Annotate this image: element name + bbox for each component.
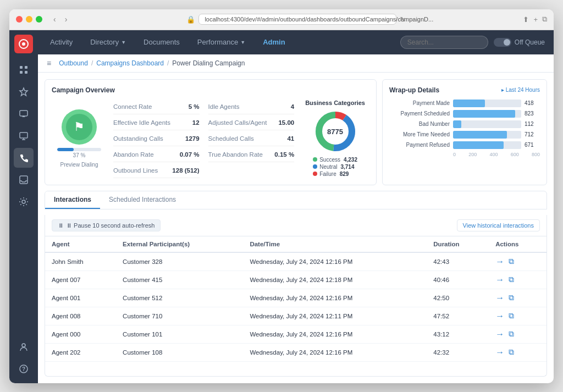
col-agent: Agent <box>45 236 116 252</box>
navigate-action-icon[interactable]: → <box>495 329 504 339</box>
wrapup-header: Wrap-up Details ▸ Last 24 Hours <box>389 86 540 94</box>
table-row: Agent 202 Customer 108 Wednesday, July 2… <box>45 343 547 361</box>
cell-datetime: Wednesday, July 24, 2024 12:11 PM <box>243 307 427 325</box>
wrapup-bar-row: Bad Number 112 <box>389 120 540 128</box>
copy-action-icon[interactable]: ⧉ <box>509 311 514 321</box>
wrapup-bar-row: Payment Refused 671 <box>389 141 540 149</box>
copy-action-icon[interactable]: ⧉ <box>509 329 514 339</box>
back-button[interactable]: ‹ <box>51 14 58 25</box>
cell-duration: 47:52 <box>427 307 489 325</box>
app-logo <box>14 35 33 53</box>
nav-performance[interactable]: Performance ▼ <box>194 36 249 48</box>
sidebar-item-settings[interactable] <box>14 192 34 212</box>
copy-action-icon[interactable]: ⧉ <box>509 347 514 357</box>
share-button[interactable]: ⬆ <box>523 15 529 24</box>
interactions-tbody: John Smith Customer 328 Wednesday, July … <box>45 252 547 362</box>
cell-datetime: Wednesday, July 24, 2024 12:16 PM <box>243 289 427 307</box>
svg-point-13 <box>22 344 25 347</box>
sidebar-item-chat[interactable] <box>14 104 34 124</box>
sidebar-item-starred[interactable] <box>14 82 34 102</box>
cell-duration: 42:32 <box>427 343 489 361</box>
new-tab-button[interactable]: + <box>533 15 538 24</box>
navigate-action-icon[interactable]: → <box>495 311 504 321</box>
wrapup-bar-track <box>453 131 521 139</box>
breadcrumb-campaigns[interactable]: Campaigns Dashboard <box>96 59 164 67</box>
progress-bar: 37 % <box>57 148 101 158</box>
nav-directory[interactable]: Directory ▼ <box>87 36 129 48</box>
sidebar-item-activity[interactable] <box>14 60 34 80</box>
navigate-action-icon[interactable]: → <box>495 347 504 357</box>
wrapup-bar-fill <box>453 141 504 149</box>
navigate-action-icon[interactable]: → <box>495 257 504 267</box>
cell-participant: Customer 101 <box>116 325 243 343</box>
cell-agent: Agent 007 <box>45 270 116 289</box>
close-button[interactable] <box>16 16 23 23</box>
view-historical-button[interactable]: View historical interactions <box>457 219 540 231</box>
wrapup-card: Wrap-up Details ▸ Last 24 Hours Payment … <box>382 79 547 185</box>
sidebar-item-help[interactable]: ? <box>14 359 34 379</box>
nav-admin[interactable]: Admin <box>260 36 288 48</box>
forward-button[interactable]: › <box>63 14 70 25</box>
pause-refresh-button[interactable]: ⏸ ⏸ Pause 10 second auto-refresh <box>52 219 161 231</box>
wrapup-title: Wrap-up Details <box>389 86 439 94</box>
maximize-button[interactable] <box>36 16 42 23</box>
chevron-down-icon: ▼ <box>121 40 126 45</box>
titlebar-nav: ‹ › <box>51 14 69 25</box>
wrapup-bar-val: 418 <box>525 100 540 106</box>
sidebar-item-screen[interactable] <box>14 126 34 146</box>
navigate-action-icon[interactable]: → <box>495 275 504 285</box>
search-input[interactable] <box>400 36 488 49</box>
breadcrumb-outbound[interactable]: Outbound <box>59 59 88 67</box>
table-row: Agent 001 Customer 512 Wednesday, July 2… <box>45 289 547 307</box>
navigate-action-icon[interactable]: → <box>495 293 504 303</box>
tab-interactions[interactable]: Interactions <box>45 191 100 209</box>
titlebar-actions: ⬆ + ⧉ <box>523 15 547 24</box>
queue-toggle[interactable]: Off Queue <box>494 38 545 47</box>
titlebar-center: 🔒 localhost:4300/dev/#/admin/outbound/da… <box>74 14 518 25</box>
sidebar-item-inbox[interactable] <box>14 170 34 190</box>
wrapup-bar-label: Payment Made <box>389 100 450 106</box>
nav-activity[interactable]: Activity <box>47 36 76 48</box>
wrapup-bar-row: Payment Scheduled 823 <box>389 110 540 118</box>
wrapup-axis: 0 200 400 600 800 <box>389 152 540 157</box>
nav-search-area: Off Queue <box>300 36 545 49</box>
traffic-lights <box>16 16 42 23</box>
last24-label[interactable]: ▸ Last 24 Hours <box>501 87 540 93</box>
breadcrumb-sep-2: / <box>167 59 169 67</box>
wrapup-bar-label: Bad Number <box>389 121 450 127</box>
hamburger-icon[interactable]: ≡ <box>47 59 51 68</box>
progress-fill <box>57 148 74 151</box>
copy-action-icon[interactable]: ⧉ <box>509 275 514 284</box>
wrapup-bar-track <box>453 120 521 128</box>
sidebar-toggle-button[interactable]: ⧉ <box>542 15 547 24</box>
interactions-section: ⏸ ⏸ Pause 10 second auto-refresh View hi… <box>45 215 547 377</box>
url-bar[interactable]: localhost:4300/dev/#/admin/outbound/dash… <box>198 14 396 25</box>
nav-directory-label: Directory <box>90 38 119 46</box>
success-dot <box>313 157 317 162</box>
reload-icon[interactable]: ↻ <box>400 15 406 24</box>
donut-legend: Success 4,232 Neutral 3,714 <box>313 157 357 178</box>
sidebar-item-user[interactable] <box>14 337 34 357</box>
cell-participant: Customer 415 <box>116 270 243 289</box>
svg-rect-11 <box>20 176 27 184</box>
flag-icon: ⚑ <box>74 120 85 134</box>
nav-activity-label: Activity <box>50 38 73 46</box>
wrapup-bar-fill <box>453 110 515 118</box>
copy-action-icon[interactable]: ⧉ <box>509 257 514 266</box>
minimize-button[interactable] <box>26 16 32 23</box>
cell-participant: Customer 328 <box>116 252 243 271</box>
metrics-grid: Connect Rate 5 % Idle Agents 4 Effective… <box>113 100 294 178</box>
view-hist-label: View historical interactions <box>463 222 534 229</box>
metric-outbound-lines: Outbound Lines 128 (512) <box>113 163 200 178</box>
tabs-row: Interactions Scheduled Interactions <box>45 191 547 209</box>
cell-agent: Agent 202 <box>45 343 116 361</box>
sidebar-item-phone[interactable] <box>14 148 34 168</box>
svg-rect-2 <box>20 66 23 69</box>
cell-agent: John Smith <box>45 252 116 271</box>
svg-point-1 <box>22 42 25 46</box>
tab-scheduled[interactable]: Scheduled Interactions <box>100 191 185 209</box>
copy-action-icon[interactable]: ⧉ <box>509 293 514 302</box>
chevron-down-icon-perf: ▼ <box>240 40 245 45</box>
cell-datetime: Wednesday, July 24, 2024 12:18 PM <box>243 270 427 289</box>
nav-documents[interactable]: Documents <box>140 36 183 48</box>
